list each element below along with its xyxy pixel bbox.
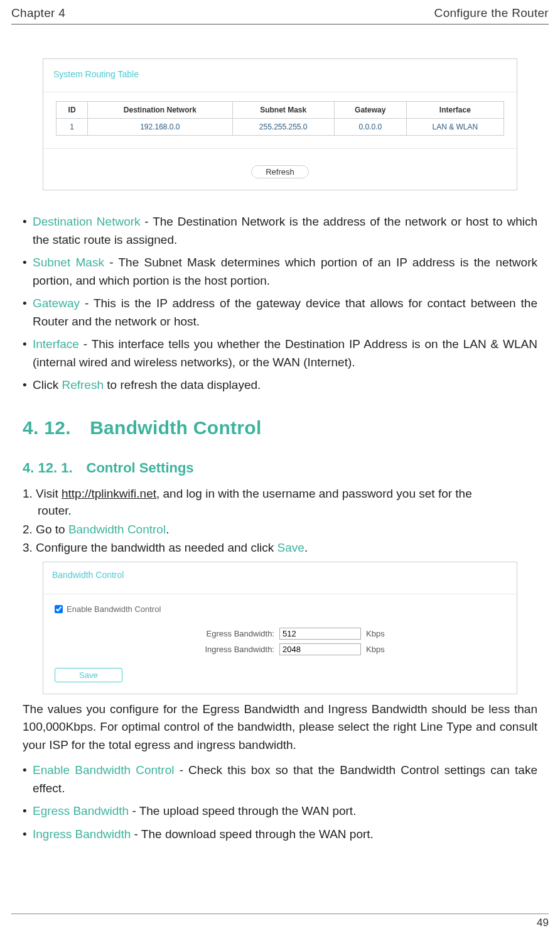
routing-panel-title: System Routing Table [43, 69, 517, 92]
routing-definitions-list: Destination Network - The Destination Ne… [23, 213, 537, 395]
ingress-label: Ingress Bandwidth: [180, 645, 274, 654]
enable-bandwidth-row: Enable Bandwidth Control [55, 604, 505, 614]
step1-pre: 1. Visit [23, 487, 62, 500]
list-item: Gateway - This is the IP address of the … [23, 295, 537, 330]
refresh-button[interactable]: Refresh [251, 165, 309, 178]
refresh-post: to refresh the data displayed. [104, 378, 261, 391]
step3-post: . [304, 541, 308, 554]
col-interface: Interface [406, 102, 503, 119]
step2-pre: 2. Go to [23, 523, 68, 536]
tplinkwifi-link[interactable]: http://tplinkwifi.net [62, 487, 156, 500]
page-title: Configure the Router [434, 6, 549, 20]
list-item: Click Refresh to refresh the data displa… [23, 376, 537, 395]
step2-post: . [166, 523, 169, 536]
list-item: Ingress Bandwidth - The download speed t… [23, 826, 537, 844]
bandwidth-definitions-list: Enable Bandwidth Control - Check this bo… [23, 761, 537, 843]
step3-pre: 3. Configure the bandwidth as needed and… [23, 541, 277, 554]
setup-steps: 1. Visit http://tplinkwifi.net, and log … [23, 485, 537, 557]
term-save: Save [277, 541, 304, 554]
step-1: 1. Visit http://tplinkwifi.net, and log … [23, 485, 537, 520]
bw-panel-title: Bandwidth Control [43, 562, 517, 594]
subsection-heading-control-settings: 4. 12. 1. Control Settings [23, 460, 537, 476]
chapter-label: Chapter 4 [11, 6, 65, 20]
step1-post: , and log in with the username and passw… [156, 487, 472, 500]
save-button[interactable]: Save [55, 668, 122, 682]
page-footer: 49 [11, 914, 549, 929]
cell-mask: 255.255.255.0 [232, 119, 334, 136]
term-gateway: Gateway [33, 297, 80, 310]
cell-gw: 0.0.0.0 [334, 119, 406, 136]
page-header: Chapter 4 Configure the Router [11, 6, 549, 25]
term-enable-bandwidth-control: Enable Bandwidth Control [33, 763, 174, 777]
def-text: - The download speed through the WAN por… [131, 827, 374, 841]
term-interface: Interface [33, 337, 79, 351]
list-item: Enable Bandwidth Control - Check this bo… [23, 761, 537, 797]
cell-id: 1 [57, 119, 88, 136]
col-id: ID [57, 102, 88, 119]
egress-input[interactable] [279, 628, 361, 640]
enable-bandwidth-label: Enable Bandwidth Control [67, 604, 161, 614]
egress-unit: Kbps [366, 629, 385, 638]
bandwidth-control-panel: Bandwidth Control Enable Bandwidth Contr… [43, 562, 517, 694]
refresh-container: Refresh [43, 148, 517, 178]
term-egress-bandwidth: Egress Bandwidth [33, 804, 129, 817]
ingress-unit: Kbps [366, 645, 385, 654]
bw-panel-body: Enable Bandwidth Control Egress Bandwidt… [43, 596, 517, 694]
col-destination-network: Destination Network [88, 102, 232, 119]
def-text: - This is the IP address of the gateway … [33, 297, 537, 328]
list-item: Egress Bandwidth - The upload speed thro… [23, 802, 537, 821]
step-2: 2. Go to Bandwidth Control. [23, 521, 537, 538]
refresh-pre: Click [33, 378, 62, 391]
step1-cont: router. [23, 502, 537, 520]
egress-label: Egress Bandwidth: [180, 629, 274, 638]
list-item: Destination Network - The Destination Ne… [23, 213, 537, 249]
ingress-input[interactable] [279, 643, 361, 655]
term-bandwidth-control: Bandwidth Control [68, 523, 166, 536]
ingress-row: Ingress Bandwidth: Kbps [180, 643, 505, 655]
col-subnet-mask: Subnet Mask [232, 102, 334, 119]
routing-table: ID Destination Network Subnet Mask Gatew… [56, 101, 504, 136]
bandwidth-note: The values you configure for the Egress … [23, 701, 537, 755]
page-number: 49 [537, 917, 549, 929]
egress-row: Egress Bandwidth: Kbps [180, 628, 505, 640]
col-gateway: Gateway [334, 102, 406, 119]
term-refresh: Refresh [62, 378, 104, 391]
table-header-row: ID Destination Network Subnet Mask Gatew… [57, 102, 504, 119]
def-text: - The Subnet Mask determines which porti… [33, 256, 537, 287]
list-item: Interface - This interface tells you whe… [23, 336, 537, 371]
step-3: 3. Configure the bandwidth as needed and… [23, 539, 537, 557]
section-heading-bandwidth-control: 4. 12. Bandwidth Control [23, 417, 537, 439]
cell-iface: LAN & WLAN [406, 119, 503, 136]
table-row: 1 192.168.0.0 255.255.255.0 0.0.0.0 LAN … [57, 119, 504, 136]
cell-dest: 192.168.0.0 [88, 119, 232, 136]
term-subnet-mask: Subnet Mask [33, 256, 104, 269]
enable-bandwidth-checkbox[interactable] [55, 605, 63, 613]
term-ingress-bandwidth: Ingress Bandwidth [33, 827, 131, 841]
system-routing-table-panel: System Routing Table ID Destination Netw… [43, 58, 517, 190]
term-destination-network: Destination Network [33, 215, 141, 228]
def-text: - The upload speed through the WAN port. [129, 804, 356, 817]
def-text: - This interface tells you whether the D… [33, 337, 537, 369]
list-item: Subnet Mask - The Subnet Mask determines… [23, 254, 537, 290]
